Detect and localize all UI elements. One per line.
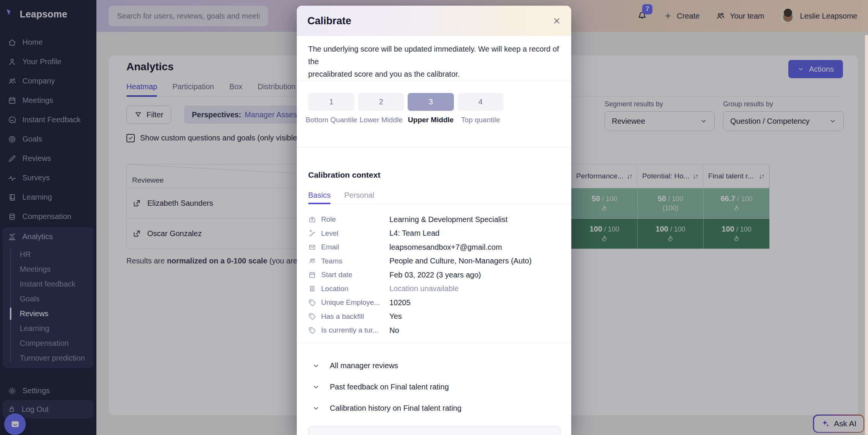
modal-title: Calibrate xyxy=(307,15,351,27)
teams-icon xyxy=(308,257,316,265)
quantile-2-button[interactable]: 2 xyxy=(358,93,404,111)
building-icon xyxy=(308,285,316,293)
quantile-3-label: Upper Middle xyxy=(408,116,454,124)
chevron-down-icon xyxy=(312,383,320,391)
field-has-backfill: Has a backfill Yes xyxy=(308,310,560,324)
tab-basics[interactable]: Basics xyxy=(308,187,331,203)
level-icon xyxy=(308,229,316,237)
calibration-context-heading: Calibration context xyxy=(308,170,380,180)
quantile-1-button[interactable]: 1 xyxy=(308,93,354,111)
quantile-labels: Bottom Quantile Lower Middle Upper Middl… xyxy=(308,116,504,124)
quantile-2-label: Lower Middle xyxy=(358,116,404,124)
envelope-icon xyxy=(308,243,316,251)
accordion-all-manager-reviews[interactable]: All manager reviews xyxy=(312,355,560,376)
comment-box[interactable] xyxy=(308,426,561,435)
field-level: Level L4: Team Lead xyxy=(308,227,560,241)
tag-icon xyxy=(308,312,316,320)
quantile-4-button[interactable]: 4 xyxy=(457,93,504,111)
quantile-buttons: 1 2 3 4 xyxy=(308,93,504,111)
field-unique-employee-id: Unique Employe... 10205 xyxy=(308,296,560,310)
close-button[interactable] xyxy=(550,14,564,28)
app-root: Leapsome Home Your Profile Company Meeti… xyxy=(0,0,868,435)
calendar-icon xyxy=(308,271,316,279)
quantile-1-label: Bottom Quantile xyxy=(308,116,354,124)
tag-icon xyxy=(308,326,316,334)
page-scrollbar[interactable] xyxy=(865,35,868,435)
field-email: Email leapsomesandbox+7@gmail.com xyxy=(308,240,560,254)
accordion-past-feedback[interactable]: Past feedback on Final talent rating xyxy=(312,376,560,397)
divider xyxy=(297,147,571,147)
close-icon xyxy=(552,16,561,25)
divider xyxy=(297,343,571,343)
quantile-4-label: Top quantile xyxy=(457,116,504,124)
accordion-calibration-history[interactable]: Calibration history on Final talent rati… xyxy=(312,397,560,419)
tab-personal[interactable]: Personal xyxy=(344,187,374,203)
field-location: Location Location unavailable xyxy=(308,282,560,296)
field-teams: Teams People and Culture, Non-Managers (… xyxy=(308,254,560,268)
tag-icon xyxy=(308,299,316,307)
chevron-down-icon xyxy=(312,404,320,412)
field-is-turnover-risk: Is currently a tur... No xyxy=(308,323,560,337)
modal-header: Calibrate xyxy=(297,6,571,36)
field-role: Role Learning & Development Specialist xyxy=(308,213,560,227)
quantile-3-button[interactable]: 3 xyxy=(408,93,454,111)
context-tabs: Basics Personal xyxy=(308,187,571,204)
accordion-list: All manager reviews Past feedback on Fin… xyxy=(312,355,560,419)
briefcase-icon xyxy=(308,216,316,224)
calibrate-modal: Calibrate The underlying score will be u… xyxy=(297,6,571,435)
context-fields: Role Learning & Development Specialist L… xyxy=(308,213,560,337)
chevron-down-icon xyxy=(312,362,320,370)
modal-description: The underlying score will be updated imm… xyxy=(308,43,571,80)
divider xyxy=(297,81,571,81)
field-start-date: Start date Feb 03, 2022 (3 years ago) xyxy=(308,268,560,282)
